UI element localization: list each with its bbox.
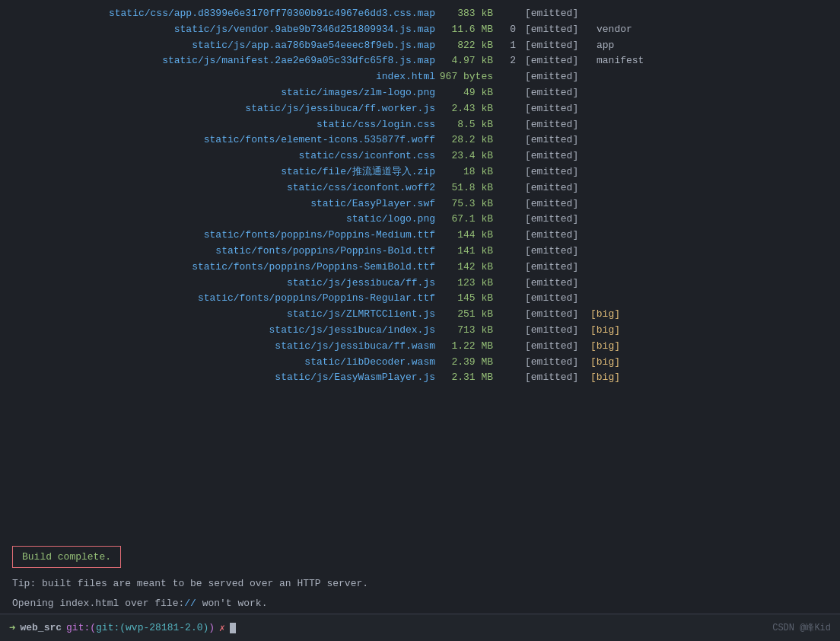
- file-size: 28.2 kB: [438, 132, 499, 148]
- file-name: static/fonts/poppins/Poppins-Regular.ttf: [12, 291, 438, 307]
- file-row: static/js/jessibuca/ff.js123 kB[emitted]: [12, 276, 828, 292]
- file-row: static/js/jessibuca/index.js713 kB[emitt…: [12, 323, 828, 339]
- emitted-tag: [emitted]: [522, 117, 590, 133]
- file-row: static/fonts/poppins/Poppins-SemiBold.tt…: [12, 260, 828, 276]
- file-size: 75.3 kB: [438, 196, 499, 212]
- terminal-window: static/css/app.d8399e6e3170ff70300b91c49…: [0, 0, 840, 641]
- watermark: CSDN @峰Kid: [772, 621, 831, 634]
- build-complete-box: Build complete.: [12, 546, 121, 568]
- emitted-tag: [emitted]: [522, 53, 590, 69]
- file-row: static/js/jessibuca/ff.worker.js2.43 kB[…: [12, 101, 828, 117]
- file-name: static/file/推流通道导入.zip: [12, 164, 438, 180]
- emitted-tag: [emitted]: [522, 196, 590, 212]
- emitted-tag: [emitted]: [522, 355, 590, 371]
- file-row: static/logo.png67.1 kB[emitted]: [12, 212, 828, 228]
- file-row: static/css/login.css8.5 kB[emitted]: [12, 117, 828, 133]
- emitted-tag: [emitted]: [522, 69, 590, 85]
- emitted-tag: [emitted]: [522, 291, 590, 307]
- file-row: static/fonts/poppins/Poppins-Bold.ttf141…: [12, 244, 828, 260]
- file-name: static/fonts/poppins/Poppins-Medium.ttf: [12, 228, 438, 244]
- big-tag: [big]: [590, 370, 620, 386]
- file-size: 142 kB: [438, 260, 499, 276]
- file-size: 141 kB: [438, 244, 499, 260]
- chunk-num: 0: [499, 22, 522, 38]
- bottom-bar: ➜ web_src git:(git:(wvp-28181-2.0)) ✗ CS…: [0, 614, 840, 641]
- file-size: 67.1 kB: [438, 212, 499, 228]
- chunk-name: app: [590, 38, 828, 54]
- file-row: static/file/推流通道导入.zip18 kB[emitted]: [12, 164, 828, 180]
- file-size: 2.43 kB: [438, 101, 499, 117]
- file-name: static/css/login.css: [12, 117, 438, 133]
- file-row: static/css/iconfont.woff251.8 kB[emitted…: [12, 180, 828, 196]
- tip2-link[interactable]: //: [184, 598, 196, 609]
- file-row: static/js/app.aa786b9ae54eeec8f9eb.js.ma…: [12, 38, 828, 54]
- file-size: 4.97 kB: [438, 53, 499, 69]
- file-size: 967 bytes: [438, 69, 499, 85]
- chunk-name: vendor: [590, 22, 828, 38]
- file-size: 23.4 kB: [438, 148, 499, 164]
- file-size: 2.31 MB: [438, 370, 499, 386]
- file-row: static/css/app.d8399e6e3170ff70300b91c49…: [12, 6, 828, 22]
- file-name: static/logo.png: [12, 212, 438, 228]
- prompt-x: ✗: [219, 622, 225, 634]
- emitted-tag: [emitted]: [522, 85, 590, 101]
- chunk-num: 1: [499, 38, 522, 54]
- file-size: 2.39 MB: [438, 355, 499, 371]
- file-name: static/libDecoder.wasm: [12, 355, 438, 371]
- file-size: 145 kB: [438, 291, 499, 307]
- emitted-tag: [emitted]: [522, 180, 590, 196]
- file-name: static/css/app.d8399e6e3170ff70300b91c49…: [12, 6, 438, 22]
- file-name: static/js/jessibuca/ff.worker.js: [12, 101, 438, 117]
- file-name: static/js/app.aa786b9ae54eeec8f9eb.js.ma…: [12, 38, 438, 54]
- file-size: 8.5 kB: [438, 117, 499, 133]
- file-size: 251 kB: [438, 307, 499, 323]
- file-name: static/js/EasyWasmPlayer.js: [12, 370, 438, 386]
- emitted-tag: [emitted]: [522, 323, 590, 339]
- file-name: static/fonts/poppins/Poppins-SemiBold.tt…: [12, 260, 438, 276]
- file-row: static/fonts/poppins/Poppins-Medium.ttf1…: [12, 228, 828, 244]
- file-name: static/images/zlm-logo.png: [12, 85, 438, 101]
- file-size: 383 kB: [438, 6, 499, 22]
- file-name: static/fonts/element-icons.535877f.woff: [12, 132, 438, 148]
- file-size: 123 kB: [438, 276, 499, 292]
- file-name: static/js/vendor.9abe9b7346d251809934.js…: [12, 22, 438, 38]
- file-row: static/js/EasyWasmPlayer.js2.31 MB[emitt…: [12, 370, 828, 386]
- emitted-tag: [emitted]: [522, 339, 590, 355]
- file-size: 11.6 MB: [438, 22, 499, 38]
- emitted-tag: [emitted]: [522, 244, 590, 260]
- file-size: 144 kB: [438, 228, 499, 244]
- emitted-tag: [emitted]: [522, 148, 590, 164]
- file-name: static/js/jessibuca/ff.wasm: [12, 339, 438, 355]
- file-row: index.html967 bytes[emitted]: [12, 69, 828, 85]
- file-row: static/js/manifest.2ae2e69a05c33dfc65f8.…: [12, 53, 828, 69]
- emitted-tag: [emitted]: [522, 276, 590, 292]
- file-row: static/js/jessibuca/ff.wasm1.22 MB[emitt…: [12, 339, 828, 355]
- emitted-tag: [emitted]: [522, 370, 590, 386]
- output-area: static/css/app.d8399e6e3170ff70300b91c49…: [0, 6, 840, 538]
- emitted-tag: [emitted]: [522, 6, 590, 22]
- big-tag: [big]: [590, 323, 620, 339]
- build-complete-text: Build complete.: [22, 551, 111, 563]
- emitted-tag: [emitted]: [522, 38, 590, 54]
- file-size: 1.22 MB: [438, 339, 499, 355]
- file-name: static/js/ZLMRTCClient.js: [12, 307, 438, 323]
- emitted-tag: [emitted]: [522, 164, 590, 180]
- emitted-tag: [emitted]: [522, 212, 590, 228]
- prompt-area: ➜ web_src git:(git:(wvp-28181-2.0)) ✗: [9, 621, 236, 634]
- file-size: 713 kB: [438, 323, 499, 339]
- chunk-num: 2: [499, 53, 522, 69]
- file-name: static/js/jessibuca/index.js: [12, 323, 438, 339]
- file-row: static/js/ZLMRTCClient.js251 kB[emitted]…: [12, 307, 828, 323]
- file-name: static/js/jessibuca/ff.js: [12, 276, 438, 292]
- file-row: static/EasyPlayer.swf75.3 kB[emitted]: [12, 196, 828, 212]
- big-tag: [big]: [590, 339, 620, 355]
- prompt-dir: web_src: [20, 622, 62, 633]
- tip1-text: Tip: built files are meant to be served …: [0, 574, 840, 594]
- file-row: static/css/iconfont.css23.4 kB[emitted]: [12, 148, 828, 164]
- emitted-tag: [emitted]: [522, 22, 590, 38]
- build-complete-section: Build complete. Tip: built files are mea…: [0, 538, 840, 614]
- file-size: 822 kB: [438, 38, 499, 54]
- branch-name: git:(wvp-28181-2.0): [96, 622, 208, 633]
- tip2-text: Opening index.html over file:// won't wo…: [0, 594, 840, 614]
- prompt-branch: git:(git:(wvp-28181-2.0)): [66, 622, 215, 633]
